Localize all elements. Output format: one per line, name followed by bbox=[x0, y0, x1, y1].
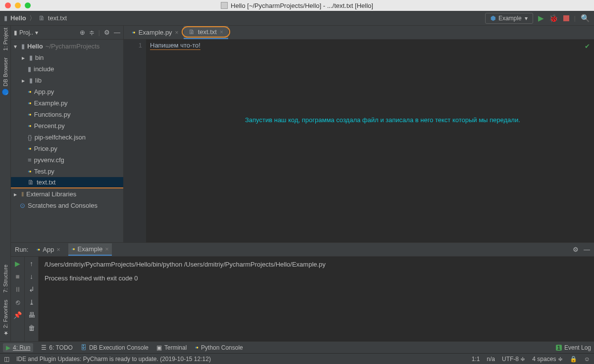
run-gutter-left: ▶ ■ ⏸ ⎋ 📌 bbox=[11, 257, 25, 341]
tree-file[interactable]: ≡pyvenv.cfg bbox=[11, 154, 123, 166]
run-panel-header: Run: App× Example× ⚙ — bbox=[11, 243, 594, 257]
file-icon: 🗎 bbox=[189, 28, 195, 36]
file-icon: 🗎 bbox=[39, 14, 45, 22]
gear-icon[interactable]: ⚙ bbox=[104, 29, 110, 36]
encoding-selector[interactable]: UTF-8 ≑ bbox=[502, 356, 525, 363]
tab-label: Example.py bbox=[139, 29, 172, 36]
tool-python-console[interactable]: Python Console bbox=[195, 344, 243, 351]
chevron-right-icon: 〉 bbox=[29, 14, 36, 23]
tab-text-txt[interactable]: 🗎 text.txt × bbox=[184, 26, 228, 39]
cursor-position[interactable]: 1:1 bbox=[472, 356, 480, 363]
tree-dir-lib[interactable]: ▸▮lib bbox=[11, 75, 123, 86]
close-tab-icon[interactable]: × bbox=[220, 29, 223, 36]
chevron-down-icon: ▾ bbox=[525, 15, 528, 22]
tree-file[interactable]: Price.py bbox=[11, 143, 123, 154]
run-tab-example[interactable]: Example× bbox=[68, 243, 112, 256]
tree-file[interactable]: {}pip-selfcheck.json bbox=[11, 132, 123, 143]
trash-icon[interactable]: 🗑 bbox=[28, 324, 35, 332]
status-bar: ◫ IDE and Plugin Updates: PyCharm is rea… bbox=[0, 353, 594, 364]
project-panel-title[interactable]: ▮ Proj..▾ bbox=[14, 29, 38, 36]
collapse-icon[interactable]: ≑ bbox=[89, 29, 95, 36]
hector-icon[interactable]: ☺ bbox=[584, 356, 590, 363]
db-browser-tool-button[interactable]: 🔵DB Browser bbox=[2, 57, 9, 96]
editor-area: Example.py × 🗎 text.txt × 1 Напишем что-… bbox=[124, 26, 594, 242]
project-panel-header: ▮ Proj..▾ ⊕ ≑ | ⚙ — bbox=[11, 26, 123, 40]
editor-body[interactable]: 1 Напишем что-то! ✔ Запустив наш код, пр… bbox=[124, 40, 594, 242]
hide-icon[interactable]: — bbox=[584, 246, 590, 253]
soft-wrap-icon[interactable]: ↲ bbox=[29, 285, 35, 293]
lock-icon[interactable]: 🔒 bbox=[570, 356, 577, 363]
minimize-window-icon[interactable] bbox=[15, 2, 21, 8]
line-separator[interactable]: n/a bbox=[487, 356, 495, 363]
close-tab-icon[interactable]: × bbox=[105, 245, 109, 253]
tree-dir-bin[interactable]: ▸▮bin bbox=[11, 52, 123, 63]
run-panel-label: Run: bbox=[15, 246, 28, 253]
search-button[interactable]: 🔍 bbox=[581, 14, 590, 23]
pin-icon[interactable]: 📌 bbox=[13, 311, 22, 319]
window-controls bbox=[0, 2, 31, 8]
tree-file[interactable]: Test.py bbox=[11, 166, 123, 177]
tool-event-log[interactable]: 1Event Log bbox=[556, 344, 591, 351]
exit-icon[interactable]: ⎋ bbox=[16, 298, 20, 306]
favorites-tool-button[interactable]: ★2: Favorites bbox=[2, 300, 8, 336]
run-tab-app[interactable]: App× bbox=[35, 244, 61, 255]
titlebar: Hello [~/PycharmProjects/Hello] - .../te… bbox=[0, 0, 594, 11]
tree-scratches[interactable]: ⊙Scratches and Consoles bbox=[11, 200, 123, 211]
tool-terminal[interactable]: ▣Terminal bbox=[156, 344, 187, 351]
console-line: Process finished with exit code 0 bbox=[45, 274, 588, 282]
tool-run[interactable]: ▶4: Run bbox=[3, 343, 33, 352]
scroll-end-icon[interactable]: ⤓ bbox=[29, 298, 35, 306]
stop-icon[interactable]: ■ bbox=[15, 273, 19, 280]
tutorial-annotation: Запустив наш код, программа создала файл… bbox=[245, 116, 520, 124]
tool-todo[interactable]: ☰6: TODO bbox=[41, 344, 73, 351]
up-icon[interactable]: ↑ bbox=[30, 260, 33, 268]
stop-button[interactable] bbox=[563, 15, 569, 21]
project-tree[interactable]: ▾▮ Hello ~/PycharmProjects ▸▮bin ▮includ… bbox=[11, 40, 123, 212]
tree-external-libs[interactable]: ▸⦀External Libraries bbox=[11, 188, 123, 200]
tool-db[interactable]: 🗄DB Execution Console bbox=[81, 344, 148, 351]
print-icon[interactable]: 🖶 bbox=[28, 311, 35, 319]
inspection-ok-icon[interactable]: ✔ bbox=[585, 43, 590, 50]
tab-example[interactable]: Example.py × bbox=[127, 26, 184, 39]
breadcrumb-file[interactable]: text.txt bbox=[48, 14, 67, 22]
close-tab-icon[interactable]: × bbox=[56, 246, 60, 253]
editor-code[interactable]: Напишем что-то! ✔ Запустив наш код, прог… bbox=[146, 40, 594, 242]
python-icon: ⬢ bbox=[491, 15, 495, 22]
gear-icon[interactable]: ⚙ bbox=[573, 246, 579, 253]
tree-file[interactable]: Example.py bbox=[11, 97, 123, 109]
tree-dir-include[interactable]: ▮include bbox=[11, 63, 123, 75]
console-line: /Users/dmitriy/PycharmProjects/Hello/bin… bbox=[45, 261, 588, 268]
hide-icon[interactable]: — bbox=[114, 29, 120, 36]
run-config-label: Example bbox=[498, 15, 522, 22]
left-tool-rail: 1: Project 🔵DB Browser 7: Structure ★2: … bbox=[0, 26, 11, 341]
project-tool-button[interactable]: 1: Project bbox=[2, 28, 8, 50]
tree-file-selected[interactable]: 🗎text.txt bbox=[11, 177, 123, 188]
run-button[interactable]: ▶ bbox=[538, 14, 544, 23]
pause-icon[interactable]: ⏸ bbox=[14, 285, 21, 293]
breadcrumb-project[interactable]: Hello bbox=[10, 14, 26, 22]
indent-selector[interactable]: 4 spaces ≑ bbox=[532, 356, 562, 363]
status-message[interactable]: IDE and Plugin Updates: PyCharm is ready… bbox=[16, 356, 211, 363]
bottom-tool-strip: ▶4: Run ☰6: TODO 🗄DB Execution Console ▣… bbox=[0, 341, 594, 353]
tab-label: text.txt bbox=[198, 28, 217, 36]
tree-file[interactable]: App.py bbox=[11, 86, 123, 97]
status-window-icon[interactable]: ◫ bbox=[4, 356, 9, 363]
locate-icon[interactable]: ⊕ bbox=[80, 29, 85, 36]
close-window-icon[interactable] bbox=[5, 2, 11, 8]
tree-file[interactable]: Percent.py bbox=[11, 120, 123, 132]
tree-file[interactable]: Functions.py bbox=[11, 109, 123, 120]
breadcrumb[interactable]: ▮ Hello 〉 🗎 text.txt bbox=[4, 14, 67, 23]
run-console[interactable]: /Users/dmitriy/PycharmProjects/Hello/bin… bbox=[39, 257, 594, 341]
divider: | bbox=[99, 29, 100, 36]
close-tab-icon[interactable]: × bbox=[175, 29, 179, 36]
rerun-icon[interactable]: ▶ bbox=[15, 260, 20, 268]
window-title: Hello [~/PycharmProjects/Hello] - .../te… bbox=[221, 2, 373, 9]
debug-button[interactable]: 🐞 bbox=[549, 14, 558, 23]
run-panel: Run: App× Example× ⚙ — ▶ ■ ⏸ ⎋ 📌 ↑ bbox=[11, 242, 594, 341]
run-config-combo[interactable]: ⬢ Example ▾ bbox=[485, 13, 533, 24]
tree-root[interactable]: ▾▮ Hello ~/PycharmProjects bbox=[11, 41, 123, 52]
structure-tool-button[interactable]: 7: Structure bbox=[2, 265, 8, 293]
down-icon[interactable]: ↓ bbox=[30, 273, 33, 280]
window-title-text: Hello [~/PycharmProjects/Hello] - .../te… bbox=[231, 2, 373, 9]
maximize-window-icon[interactable] bbox=[25, 2, 31, 8]
